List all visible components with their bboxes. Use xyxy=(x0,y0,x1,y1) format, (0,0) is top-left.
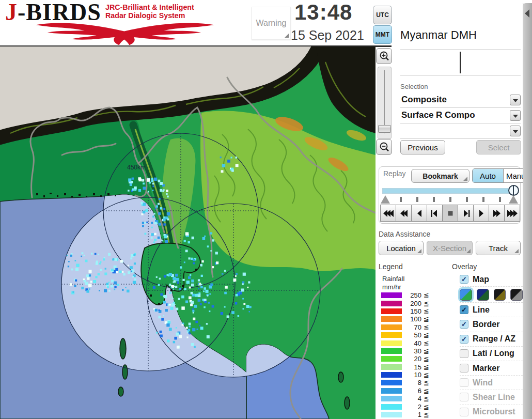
map-style-swatch-2[interactable] xyxy=(477,289,489,301)
replay-timeline-thumb[interactable] xyxy=(508,185,519,196)
checked-checkbox[interactable]: ✓ xyxy=(460,320,468,329)
selection-dropdown-1[interactable]: Composite xyxy=(400,93,521,108)
legend-color-chip xyxy=(381,324,402,330)
legend-value: 150 xyxy=(403,307,421,315)
legend-operator: ≦ xyxy=(424,339,429,347)
overlay-item-microburst[interactable]: Microburst xyxy=(460,405,523,419)
rewind-button[interactable] xyxy=(396,205,412,222)
legend-value: 10 xyxy=(403,371,421,379)
range-ring-label: 450km xyxy=(127,164,146,171)
legend-row: 70≦ xyxy=(381,323,443,331)
auto-mode-button[interactable]: Auto xyxy=(473,169,504,182)
status-box xyxy=(400,49,521,76)
stop-icon xyxy=(444,210,457,217)
legend-row: 10≦ xyxy=(381,371,443,379)
step-forward-button[interactable] xyxy=(458,205,474,222)
overlay-item-range-az[interactable]: ✓Range / AZ xyxy=(460,332,523,347)
x-section-button[interactable]: X-Section xyxy=(427,241,473,255)
legend-value: 8 xyxy=(403,379,421,386)
panel-collapse-handle[interactable] xyxy=(523,3,532,419)
radar-map-canvas: 450km xyxy=(0,46,375,419)
button-label: Track xyxy=(489,244,508,253)
menu-corner-icon xyxy=(463,177,467,181)
zoom-slider[interactable] xyxy=(378,67,392,139)
timeline-end-marker[interactable] xyxy=(509,195,518,204)
zoom-in-button[interactable] xyxy=(376,48,392,64)
select-button[interactable]: Select xyxy=(476,140,521,154)
overlay-item-marker[interactable]: Marker xyxy=(460,361,523,376)
rewind-fast-button[interactable] xyxy=(380,205,396,222)
step-backward-button[interactable] xyxy=(427,205,443,222)
overlay-item-map[interactable]: ✓Map xyxy=(460,272,523,287)
dropdown-value: Surface R Compo xyxy=(401,110,475,120)
play-backward-button[interactable] xyxy=(411,205,427,222)
bookmark-button[interactable]: Bookmark xyxy=(411,169,470,183)
forward-button[interactable] xyxy=(489,205,505,222)
zoom-slider-thumb[interactable] xyxy=(378,125,391,133)
chevron-down-icon[interactable] xyxy=(510,126,521,136)
selection-label: Selection xyxy=(400,83,428,90)
bookmark-label: Bookmark xyxy=(423,172,458,180)
unchecked-checkbox xyxy=(460,378,468,387)
overlay-options: ✓Map✓Line✓Border✓Range / AZLati / LongMa… xyxy=(460,272,523,419)
overlay-item-shear-line[interactable]: Shear Line xyxy=(460,390,523,405)
zoom-out-icon xyxy=(379,142,390,153)
step-backward-icon xyxy=(428,210,442,217)
legend-value: 2 xyxy=(403,403,421,411)
location-button[interactable]: Location xyxy=(379,241,424,255)
legend-operator: ≦ xyxy=(424,411,429,418)
legend-operator: ≦ xyxy=(424,371,429,379)
legend-value: 100 xyxy=(403,315,421,323)
zoom-out-button[interactable] xyxy=(376,139,392,155)
unchecked-checkbox xyxy=(460,393,468,401)
legend-color-chip xyxy=(381,332,402,338)
legend-row: 4≦ xyxy=(381,395,443,402)
play-button[interactable] xyxy=(473,205,489,222)
overlay-item-wind[interactable]: Wind xyxy=(460,376,523,390)
timezone-utc-button[interactable]: UTC xyxy=(373,6,392,24)
legend-value: 250 xyxy=(403,291,421,299)
playback-controls xyxy=(380,205,520,222)
map-style-swatch-3[interactable] xyxy=(494,289,506,301)
legend-operator: ≦ xyxy=(424,315,429,323)
selection-dropdown-3[interactable] xyxy=(400,124,521,139)
previous-button[interactable]: Previous xyxy=(400,140,445,154)
overlay-item-border[interactable]: ✓Border xyxy=(460,317,523,332)
legend-row: 30≦ xyxy=(381,347,443,355)
zoom-in-icon xyxy=(379,51,390,62)
forward-fast-icon xyxy=(506,210,519,217)
overlay-item-label: Border xyxy=(473,320,499,329)
map-style-swatch-1[interactable] xyxy=(460,289,472,301)
selection-dropdown-2[interactable]: Surface R Compo xyxy=(400,108,521,123)
chevron-down-icon[interactable] xyxy=(510,110,521,121)
overlay-item-label: Line xyxy=(473,305,490,315)
legend-value: 40 xyxy=(403,339,421,347)
play-backward-icon xyxy=(413,210,426,217)
legend-row: 40≦ xyxy=(381,339,443,347)
warning-button[interactable]: Warning xyxy=(252,7,291,40)
checked-checkbox[interactable]: ✓ xyxy=(460,275,468,284)
overlay-item-line[interactable]: ✓Line xyxy=(460,303,523,317)
radar-map-view[interactable]: 450km xyxy=(0,46,375,419)
unchecked-checkbox[interactable] xyxy=(460,349,468,358)
unchecked-checkbox[interactable] xyxy=(460,364,468,373)
map-style-swatches xyxy=(460,287,523,303)
replay-timeline-track[interactable] xyxy=(382,188,518,194)
legend-color-chip xyxy=(381,356,402,362)
legend-color-chip xyxy=(381,301,402,306)
forward-fast-button[interactable] xyxy=(504,205,520,222)
track-button[interactable]: Track xyxy=(476,241,521,255)
checked-checkbox[interactable]: ✓ xyxy=(460,335,468,344)
map-style-swatch-4[interactable] xyxy=(510,289,523,301)
menu-corner-icon xyxy=(466,249,471,253)
timeline-tick xyxy=(499,197,501,202)
timezone-mmt-button[interactable]: MMT xyxy=(373,25,392,44)
legend-operator: ≦ xyxy=(424,307,429,315)
timeline-start-marker[interactable] xyxy=(381,195,390,204)
chevron-down-icon[interactable] xyxy=(510,95,521,105)
legend-operator: ≦ xyxy=(424,347,429,355)
overlay-item-lati-long[interactable]: Lati / Long xyxy=(460,347,523,361)
legend-color-chip xyxy=(381,364,402,370)
checked-checkbox[interactable]: ✓ xyxy=(460,305,468,314)
stop-button[interactable] xyxy=(442,205,458,222)
